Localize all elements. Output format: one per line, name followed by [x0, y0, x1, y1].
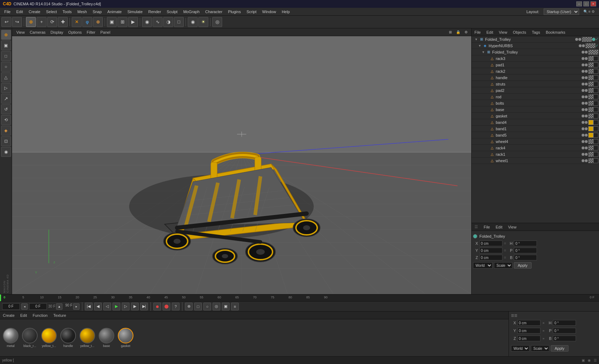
coord-world-select[interactable]: World Object — [473, 262, 493, 269]
obj-row-band4[interactable]: △ band4 — [472, 119, 599, 126]
obj-row-rack3[interactable]: △ rack3 — [472, 55, 599, 62]
3d-viewport[interactable]: Perspective — [12, 36, 471, 294]
obj-menu-bookmarks[interactable]: Bookmarks — [544, 29, 567, 35]
vp-menu-filter[interactable]: Filter — [84, 29, 97, 35]
ping-pong-btn[interactable]: ◎ — [213, 303, 220, 310]
attr-menu-edit[interactable]: Edit — [494, 224, 504, 230]
coord-x-pos-input[interactable] — [479, 241, 502, 246]
scale-tool-btn[interactable]: + — [37, 17, 46, 27]
auto-key-btn[interactable]: ⬤ — [163, 303, 170, 310]
coord-panel-x-pos[interactable] — [517, 320, 540, 326]
obj-row-hypernurbs[interactable]: ▼ ◈ HyperNURBS ✓ — [472, 43, 599, 49]
coord-panel-scale-select[interactable]: Scale — [531, 345, 549, 352]
vr-btn[interactable]: ◎ — [212, 17, 222, 27]
record-btn[interactable]: ⏺ — [153, 303, 161, 310]
obj-menu-file[interactable]: File — [473, 29, 482, 35]
mat-item-metal[interactable]: metal — [3, 328, 18, 348]
mat-item-gasket[interactable]: gasket — [118, 328, 133, 348]
spline-btn[interactable]: ∿ — [153, 17, 163, 27]
timeline-btn[interactable]: ≡ — [231, 303, 239, 310]
preview-btn[interactable]: ▣ — [222, 303, 230, 310]
maximize-btn[interactable]: □ — [583, 1, 589, 6]
next-frame-btn[interactable]: ▶ — [131, 303, 139, 310]
coord-panel-y-pos[interactable] — [517, 328, 540, 333]
deformer-btn[interactable]: □ — [174, 17, 184, 27]
mat-item-handle[interactable]: handle — [60, 328, 76, 348]
obj-row-band1[interactable]: △ band1 — [472, 126, 599, 132]
coord-panel-z-pos[interactable] — [517, 336, 540, 341]
coord-h-input[interactable] — [514, 241, 537, 246]
minimize-btn[interactable]: ─ — [576, 1, 582, 6]
coord-b-input[interactable] — [514, 255, 537, 260]
attr-menu-file[interactable]: File — [482, 224, 491, 230]
obj-row-rod[interactable]: △ rod — [472, 94, 599, 100]
coord-scale-select[interactable]: Scale — [494, 262, 512, 269]
select-tool[interactable]: ⊕ — [1, 30, 11, 40]
mat-item-black[interactable]: black_r... — [22, 328, 38, 348]
obj-menu-objects[interactable]: Objects — [511, 29, 527, 35]
go-end-btn[interactable]: ▶| — [140, 303, 148, 310]
vp-lock-btn[interactable]: 🔒 — [455, 29, 461, 35]
points-btn[interactable]: ✕ — [72, 17, 82, 27]
polys-btn[interactable]: ⊗ — [93, 17, 103, 27]
scale-anim-btn[interactable]: □ — [194, 303, 202, 310]
obj-row-wheel1[interactable]: △ wheel1 — [472, 158, 599, 164]
obj-row-folded-trolley-child[interactable]: ▼ ⊞ Folded_Trolley — [472, 49, 599, 55]
menu-select[interactable]: Select — [43, 9, 60, 15]
vp-settings-btn[interactable]: ⚙ — [463, 29, 469, 35]
obj-row-wheel4[interactable]: △ wheel4 — [472, 138, 599, 145]
fps-up-btn[interactable]: ▲ — [56, 303, 62, 310]
menu-sculpt[interactable]: Sculpt — [164, 9, 181, 15]
menu-character[interactable]: Character — [202, 9, 225, 15]
camera-btn[interactable]: ◉ — [188, 17, 198, 27]
mat-menu-create[interactable]: Create — [1, 313, 16, 318]
menu-window[interactable]: Window — [259, 9, 279, 15]
menu-edit[interactable]: Edit — [13, 9, 26, 15]
current-frame-input[interactable] — [2, 303, 20, 310]
paint-tool[interactable]: ⊡ — [1, 136, 11, 146]
mat-menu-texture[interactable]: Texture — [52, 313, 67, 318]
obj-row-bolts[interactable]: △ bolts — [472, 100, 599, 106]
layer-tool[interactable]: ◉ — [1, 147, 11, 157]
menu-render[interactable]: Render — [145, 9, 164, 15]
obj-row-rack1[interactable]: △ rack1 — [472, 151, 599, 158]
obj-row-base[interactable]: △ base — [472, 106, 599, 113]
coord-y-pos-input[interactable] — [479, 248, 502, 253]
mat-item-yellow1[interactable]: yellow_t... — [41, 328, 57, 348]
frame-start-input-btn[interactable]: ◂ — [21, 303, 28, 310]
rotate-tool-btn[interactable]: ⟳ — [47, 17, 57, 27]
brush-tool[interactable]: ◈ — [1, 126, 11, 136]
circle-select[interactable]: ○ — [1, 62, 11, 72]
menu-animate[interactable]: Animate — [105, 9, 125, 15]
vp-menu-view[interactable]: View — [14, 29, 27, 35]
render-preview-btn[interactable]: ▣ — [107, 17, 117, 27]
play-btn[interactable]: ▶ — [112, 303, 120, 310]
new-btn[interactable]: ✚ — [58, 17, 68, 27]
close-btn[interactable]: ✕ — [590, 1, 596, 6]
mat-item-yellow2[interactable]: yellow_t... — [79, 328, 95, 348]
attr-menu-view[interactable]: View — [507, 224, 518, 230]
poly-pen[interactable]: ▷ — [1, 83, 11, 93]
coord-panel-world-select[interactable]: World — [511, 345, 529, 352]
vp-menu-panel[interactable]: Panel — [98, 29, 112, 35]
coord-panel-apply-btn[interactable]: Apply — [551, 345, 568, 352]
move-anim-btn[interactable]: ⊕ — [185, 303, 193, 310]
end-frame-btn[interactable]: ▸ — [73, 303, 79, 310]
undo-btn[interactable]: ↩ — [1, 17, 11, 27]
obj-row-handle[interactable]: △ handle — [472, 75, 599, 81]
obj-row-struts[interactable]: △ struts — [472, 81, 599, 87]
obj-row-rack4[interactable]: △ rack4 — [472, 145, 599, 151]
vp-menu-options[interactable]: Options — [66, 29, 84, 35]
apply-button[interactable]: Apply — [514, 262, 532, 269]
obj-row-band5[interactable]: △ band5 — [472, 132, 599, 138]
menu-mograph[interactable]: MoGraph — [180, 9, 202, 15]
obj-menu-edit[interactable]: Edit — [485, 29, 495, 35]
menu-tools[interactable]: Tools — [60, 9, 75, 15]
prev-frame-btn[interactable]: ◀ — [94, 303, 102, 310]
vp-menu-display[interactable]: Display — [48, 29, 65, 35]
light-btn[interactable]: ☀ — [198, 17, 208, 27]
coord-panel-b-val[interactable] — [553, 336, 576, 341]
timeline-ruler[interactable]: 0 5 10 15 20 25 30 35 40 45 50 55 60 65 … — [0, 294, 599, 302]
expand-icon[interactable]: ▼ — [477, 43, 482, 48]
mat-menu-edit[interactable]: Edit — [19, 313, 28, 318]
